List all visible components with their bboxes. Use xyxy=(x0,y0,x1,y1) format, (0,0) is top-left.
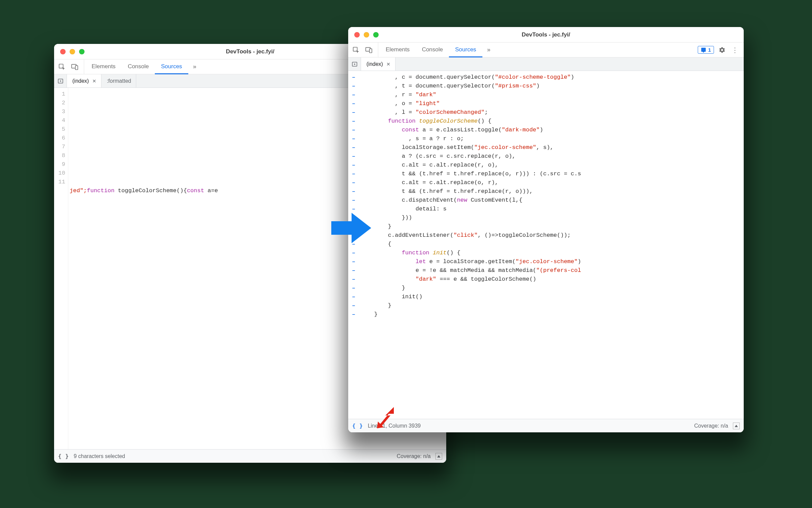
code-line: , l = "colorSchemeChanged"; xyxy=(360,108,744,117)
code-line: function init() { xyxy=(360,249,744,257)
close-tab-icon[interactable]: ✕ xyxy=(92,78,96,84)
line-marker: – xyxy=(348,301,359,310)
code-line: , r = "dark" xyxy=(360,91,744,99)
device-toolbar-icon[interactable] xyxy=(365,46,373,54)
navigator-toggle-icon[interactable] xyxy=(348,57,361,71)
line-marker: – xyxy=(348,126,359,134)
line-number: 7 xyxy=(54,143,65,151)
code-line: c.dispatchEvent(new CustomEvent(l,{ xyxy=(360,196,744,205)
code-line: } xyxy=(360,310,744,319)
svg-marker-5 xyxy=(437,455,440,457)
file-tab-index[interactable]: (index) ✕ xyxy=(67,74,101,87)
line-number: 6 xyxy=(54,134,65,143)
code-line: c.alt = c.alt.replace(o, r), xyxy=(360,178,744,187)
line-number: 8 xyxy=(54,151,65,160)
kebab-menu-icon[interactable]: ⋮ xyxy=(730,46,740,54)
navigator-toggle-icon[interactable] xyxy=(54,74,67,87)
close-window-button[interactable] xyxy=(60,49,66,54)
status-bar: { } 9 characters selected Coverage: n/a xyxy=(54,449,446,463)
code-line: } xyxy=(360,301,744,310)
code-line: t && (t.href = t.href.replace(o, r))) : … xyxy=(360,170,744,178)
inspect-element-icon[interactable] xyxy=(352,46,360,54)
code-line: c.alt = c.alt.replace(r, o), xyxy=(360,161,744,170)
red-arrow-annotation xyxy=(375,405,399,430)
inspect-element-icon[interactable] xyxy=(58,63,66,71)
close-window-button[interactable] xyxy=(354,32,360,37)
tab-sources[interactable]: Sources xyxy=(449,43,482,57)
line-gutter: 1234567891011 xyxy=(54,88,68,449)
show-drawer-icon[interactable] xyxy=(435,453,442,460)
code-line: const a = e.classList.toggle("dark-mode"… xyxy=(360,126,744,134)
svg-marker-12 xyxy=(331,213,371,243)
code-line: c.addEventListener("click", ()=>toggleCo… xyxy=(360,231,744,240)
zoom-window-button[interactable] xyxy=(79,49,85,54)
tab-sources[interactable]: Sources xyxy=(155,59,188,74)
coverage-status: Coverage: n/a xyxy=(397,453,431,459)
code-line: } xyxy=(360,284,744,293)
line-number: 11 xyxy=(54,178,65,186)
main-toolbar: Elements Console Sources » 1 ⋮ xyxy=(348,43,744,57)
svg-marker-13 xyxy=(377,407,394,428)
traffic-lights xyxy=(54,49,91,54)
code-line: a ? (c.src = c.src.replace(r, o), xyxy=(360,152,744,161)
close-tab-icon[interactable]: ✕ xyxy=(386,61,390,67)
minimize-window-button[interactable] xyxy=(70,49,75,54)
tab-console[interactable]: Console xyxy=(122,59,155,74)
line-marker: – xyxy=(348,275,359,284)
code-area[interactable]: , c = document.querySelector("#color-sch… xyxy=(359,71,744,419)
tab-elements[interactable]: Elements xyxy=(380,43,416,57)
line-marker: – xyxy=(348,293,359,301)
code-line: init() xyxy=(360,293,744,301)
line-number: 4 xyxy=(54,116,65,125)
tab-console[interactable]: Console xyxy=(416,43,449,57)
code-line: detail: s xyxy=(360,205,744,213)
blue-arrow-annotation xyxy=(331,209,372,248)
file-tab-label: (index) xyxy=(72,78,89,84)
traffic-lights xyxy=(348,32,385,37)
code-editor[interactable]: –––––––––––––––––––––––––––– , c = docum… xyxy=(348,71,744,419)
line-marker: – xyxy=(348,266,359,275)
line-marker: – xyxy=(348,187,359,196)
device-toolbar-icon[interactable] xyxy=(71,63,78,71)
issues-count: 1 xyxy=(708,47,711,53)
code-line: { xyxy=(360,240,744,249)
line-marker: – xyxy=(348,134,359,143)
settings-icon[interactable] xyxy=(719,47,725,53)
svg-marker-11 xyxy=(735,425,738,427)
code-line: localStorage.setItem("jec.color-scheme",… xyxy=(360,143,744,152)
code-line: , s = a ? r : o; xyxy=(360,134,744,143)
code-line: let e = localStorage.getItem("jec.color-… xyxy=(360,257,744,266)
file-tab-label: :formatted xyxy=(107,78,131,84)
line-number: 10 xyxy=(54,169,65,178)
line-marker: – xyxy=(348,117,359,126)
line-marker: – xyxy=(348,196,359,205)
line-marker: – xyxy=(348,249,359,257)
line-number: 2 xyxy=(54,99,65,107)
line-number: 1 xyxy=(54,90,65,99)
line-marker: – xyxy=(348,91,359,99)
zoom-window-button[interactable] xyxy=(373,32,379,37)
line-marker: – xyxy=(348,82,359,91)
more-tabs-icon[interactable]: » xyxy=(482,43,495,57)
line-marker: – xyxy=(348,73,359,82)
svg-rect-2 xyxy=(75,66,78,70)
more-tabs-icon[interactable]: » xyxy=(188,59,201,74)
line-marker: – xyxy=(348,99,359,108)
file-tab-formatted[interactable]: :formatted xyxy=(101,74,136,87)
code-line: function toggleColorScheme() { xyxy=(360,117,744,126)
minimize-window-button[interactable] xyxy=(364,32,369,37)
issues-badge[interactable]: 1 xyxy=(698,46,714,54)
line-marker: – xyxy=(348,257,359,266)
pretty-print-button[interactable]: { } xyxy=(352,423,363,429)
line-marker: – xyxy=(348,143,359,152)
code-line: } xyxy=(360,222,744,231)
file-tab-bar: (index) ✕ xyxy=(348,57,744,71)
line-marker: – xyxy=(348,170,359,178)
code-line: , c = document.querySelector("#color-sch… xyxy=(360,73,744,82)
show-drawer-icon[interactable] xyxy=(733,423,740,429)
code-line: , o = "light" xyxy=(360,99,744,108)
pretty-print-button[interactable]: { } xyxy=(58,453,69,459)
tab-elements[interactable]: Elements xyxy=(86,59,122,74)
svg-marker-10 xyxy=(354,63,356,65)
file-tab-index[interactable]: (index) ✕ xyxy=(361,57,396,71)
